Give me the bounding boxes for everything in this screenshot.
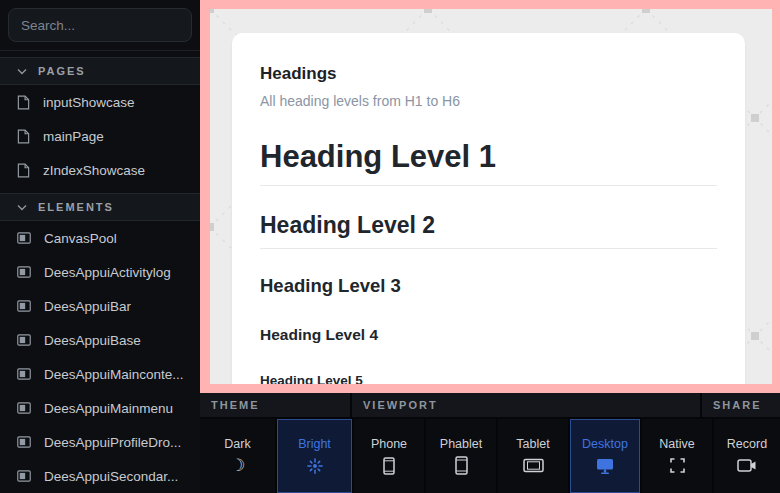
sidebar-item-element[interactable]: CanvasPool bbox=[0, 221, 200, 255]
sidebar-item-label: inputShowcase bbox=[43, 95, 135, 110]
sidebar-item-element[interactable]: DeesAppuiBase bbox=[0, 323, 200, 357]
element-icon bbox=[17, 334, 31, 346]
button-label: Native bbox=[659, 437, 694, 451]
heading-level-5: Heading Level 5 bbox=[260, 373, 717, 384]
sidebar-item-label: CanvasPool bbox=[44, 231, 117, 246]
card-subtitle: All heading levels from H1 to H6 bbox=[260, 93, 717, 109]
sidebar-item-page[interactable]: mainPage bbox=[0, 119, 200, 153]
viewport-native-button[interactable]: Native bbox=[642, 419, 712, 493]
button-label: Phablet bbox=[440, 437, 482, 451]
element-icon bbox=[17, 402, 31, 414]
sidebar-item-page[interactable]: zIndexShowcase bbox=[0, 153, 200, 187]
search-input[interactable] bbox=[8, 8, 192, 42]
element-icon bbox=[17, 266, 31, 278]
element-icon bbox=[17, 300, 31, 312]
page-icon bbox=[17, 129, 30, 144]
sidebar-item-label: DeesAppuiProfileDro... bbox=[44, 435, 181, 450]
sidebar-item-label: DeesAppuiMainconte... bbox=[44, 367, 184, 382]
toolbar-group-theme-header: THEME bbox=[200, 393, 350, 417]
heading-level-1: Heading Level 1 bbox=[260, 139, 717, 186]
group-label: VIEWPORT bbox=[363, 399, 438, 411]
button-label: Record bbox=[727, 437, 767, 451]
chevron-down-icon bbox=[17, 204, 27, 211]
toolbar-buttons: Dark ☽ Bright bbox=[200, 417, 780, 493]
sidebar-item-element[interactable]: DeesAppuiProfileDro... bbox=[0, 425, 200, 459]
element-icon bbox=[17, 470, 31, 482]
heading-level-2: Heading Level 2 bbox=[260, 212, 717, 249]
sidebar-item-label: mainPage bbox=[43, 129, 104, 144]
element-icon bbox=[17, 436, 31, 448]
sidebar-item-label: DeesAppuiActivitylog bbox=[44, 265, 171, 280]
headings-showcase-card: Headings All heading levels from H1 to H… bbox=[232, 33, 745, 384]
viewport-desktop-button[interactable]: Desktop bbox=[570, 419, 640, 493]
viewport-phone-button[interactable]: Phone bbox=[354, 419, 424, 493]
group-label: THEME bbox=[211, 399, 260, 411]
button-label: Desktop bbox=[582, 437, 628, 451]
phone-icon bbox=[382, 456, 396, 476]
canvas-frame: Headings All heading levels from H1 to H… bbox=[200, 0, 780, 393]
sidebar-item-label: DeesAppuiBar bbox=[44, 299, 131, 314]
page-icon bbox=[17, 163, 30, 178]
viewport-phablet-button[interactable]: Phablet bbox=[426, 419, 496, 493]
canvas-viewport: Headings All heading levels from H1 to H… bbox=[210, 9, 772, 384]
section-label: PAGES bbox=[38, 65, 86, 77]
monitor-icon bbox=[595, 456, 615, 476]
sun-icon bbox=[306, 456, 324, 476]
button-label: Tablet bbox=[516, 437, 549, 451]
app-window: PAGES inputShowcase mainPage zIndexShowc… bbox=[0, 0, 780, 493]
toolbar-group-share-header: SHARE bbox=[702, 393, 780, 417]
sidebar-item-label: DeesAppuiBase bbox=[44, 333, 141, 348]
group-label: SHARE bbox=[713, 399, 762, 411]
heading-level-4: Heading Level 4 bbox=[260, 326, 717, 344]
sidebar-item-element[interactable]: DeesAppuiBar bbox=[0, 289, 200, 323]
chevron-down-icon bbox=[17, 68, 27, 75]
moon-icon: ☽ bbox=[230, 456, 245, 476]
sidebar-item-label: DeesAppuiSecondar... bbox=[44, 469, 178, 484]
viewport-tablet-button[interactable]: Tablet bbox=[498, 419, 568, 493]
element-icon bbox=[17, 368, 31, 380]
button-label: Bright bbox=[298, 437, 331, 451]
button-label: Dark bbox=[224, 437, 250, 451]
heading-level-3: Heading Level 3 bbox=[260, 275, 717, 297]
phablet-icon bbox=[454, 456, 469, 476]
card-title: Headings bbox=[260, 64, 717, 84]
toolbar-header: THEME VIEWPORT SHARE bbox=[200, 393, 780, 417]
button-label: Phone bbox=[371, 437, 407, 451]
search-container bbox=[0, 0, 200, 51]
theme-bright-button[interactable]: Bright bbox=[277, 419, 352, 493]
main-area: Headings All heading levels from H1 to H… bbox=[200, 0, 780, 493]
section-label: ELEMENTS bbox=[38, 201, 114, 213]
bottom-toolbar: THEME VIEWPORT SHARE Dark ☽ Bright bbox=[200, 393, 780, 493]
sidebar-item-label: DeesAppuiMainmenu bbox=[44, 401, 173, 416]
tablet-icon bbox=[523, 456, 544, 476]
sidebar-item-element[interactable]: DeesAppuiSecondar... bbox=[0, 459, 200, 493]
sidebar-item-element[interactable]: DeesAppuiMainmenu bbox=[0, 391, 200, 425]
fullscreen-icon bbox=[670, 456, 685, 476]
share-record-button[interactable]: Record bbox=[714, 419, 780, 493]
theme-dark-button[interactable]: Dark ☽ bbox=[200, 419, 275, 493]
sidebar-item-element[interactable]: DeesAppuiActivitylog bbox=[0, 255, 200, 289]
page-icon bbox=[17, 95, 30, 110]
section-header-elements[interactable]: ELEMENTS bbox=[0, 193, 200, 221]
sidebar-item-page[interactable]: inputShowcase bbox=[0, 85, 200, 119]
toolbar-group-viewport-header: VIEWPORT bbox=[352, 393, 700, 417]
element-icon bbox=[17, 232, 31, 244]
sidebar: PAGES inputShowcase mainPage zIndexShowc… bbox=[0, 0, 200, 493]
sidebar-item-label: zIndexShowcase bbox=[43, 163, 145, 178]
section-header-pages[interactable]: PAGES bbox=[0, 57, 200, 85]
video-camera-icon bbox=[737, 456, 757, 476]
sidebar-item-element[interactable]: DeesAppuiMainconte... bbox=[0, 357, 200, 391]
